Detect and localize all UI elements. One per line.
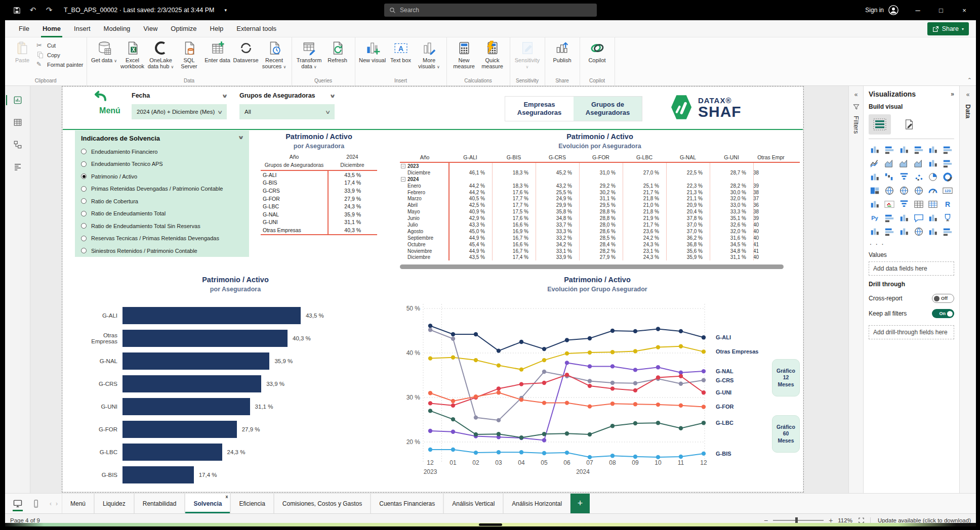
recent-sources-button[interactable]: Recent sources ∨ — [260, 39, 289, 70]
donut-chart-icon[interactable] — [942, 171, 954, 183]
bar-row-otras-empresas[interactable]: Otras Empresas40,3 % — [76, 330, 395, 347]
paginated-report-icon[interactable] — [869, 226, 881, 237]
radio-unselected-icon[interactable] — [81, 248, 87, 253]
slicer-value-dropdown[interactable]: 2024 (Año) + Diciembre (Mes)∨ — [132, 104, 227, 119]
radio-selected-icon[interactable] — [81, 173, 87, 179]
matrix-month-row[interactable]: Diciembre43,5 %17,4 %33,9 %27,9 %24,3 %3… — [400, 254, 800, 260]
indicator-option[interactable]: Siniestros Retenidos / Patrimonio Contab… — [81, 248, 243, 254]
button-gráfico-12-meses[interactable]: Gráfico12Meses — [772, 359, 800, 396]
page-tab-an-lisis-vertical[interactable]: Análisis Vertical — [443, 494, 503, 513]
metrics-icon[interactable] — [942, 212, 954, 224]
indicator-option[interactable]: Reservas Tecnicas / Primas Retenidas Dev… — [81, 235, 243, 241]
get-data-button[interactable]: Get data ∨ — [90, 39, 118, 64]
bar[interactable] — [123, 330, 288, 347]
button-gráfico-60-meses[interactable]: Gráfico60Meses — [772, 415, 800, 453]
arcgis-map-icon[interactable] — [913, 226, 925, 237]
page-tab-eficiencia[interactable]: Eficiencia — [230, 494, 273, 513]
bar-row-g-bis[interactable]: G-BIS17,4 % — [76, 466, 395, 483]
r-script-visual-icon[interactable]: R — [942, 199, 954, 210]
desktop-layout-icon[interactable] — [11, 497, 24, 510]
dax-query-view-icon[interactable] — [10, 160, 25, 174]
100-stacked-bar-chart-icon[interactable] — [927, 144, 939, 155]
chevron-down-icon[interactable]: ∨ — [329, 93, 336, 99]
area-chart-icon[interactable] — [883, 158, 895, 169]
multi-row-card-icon[interactable] — [869, 199, 881, 210]
bar[interactable] — [123, 398, 250, 415]
filters-pane-collapsed[interactable]: « Filters — [848, 86, 864, 493]
menu-tab-optimize[interactable]: Optimize — [164, 20, 203, 37]
model-view-icon[interactable] — [10, 138, 25, 152]
scatter-chart-icon[interactable] — [913, 171, 925, 183]
indicator-option[interactable]: Ratio de Cobertura — [81, 198, 243, 204]
100-stacked-column-chart-icon[interactable] — [942, 144, 954, 155]
copilot-button[interactable]: Copilot — [583, 39, 611, 63]
publish-button[interactable]: Publish — [548, 39, 577, 63]
summary-table-row[interactable]: G-CRS33,9 % — [261, 187, 377, 195]
title-dropdown-icon[interactable]: ▾ — [224, 8, 227, 13]
undo-icon[interactable]: ↶ — [28, 6, 37, 15]
page-tab-comisiones-costos-y-gastos[interactable]: Comisiones, Costos y Gastos — [274, 494, 371, 513]
expand-filters-icon[interactable]: « — [854, 91, 858, 98]
share-button[interactable]: Share ▾ — [927, 22, 969, 35]
toggle-grupos-de-aseguradoras[interactable]: Grupos de Aseguradoras — [574, 97, 642, 121]
menu-tab-home[interactable]: Home — [36, 20, 67, 37]
sql-server-button[interactable]: SQL Server — [175, 39, 203, 70]
collapse-icon[interactable]: − — [401, 164, 405, 168]
data-pane-collapsed[interactable]: « Data — [960, 86, 976, 493]
matrix-month-row[interactable]: Septiembre44,9 %16,7 %33,2 %28,5 %24,2 %… — [400, 235, 800, 241]
q-and-a-icon[interactable] — [913, 212, 925, 224]
summary-table-row[interactable]: G-UNI31,1 % — [261, 218, 377, 227]
save-icon[interactable] — [12, 6, 21, 15]
radio-unselected-icon[interactable] — [81, 211, 87, 216]
line-and-stacked-column-chart-icon[interactable] — [927, 158, 939, 169]
page-tab-cuentas-financieras[interactable]: Cuentas Financieras — [371, 494, 443, 513]
radio-unselected-icon[interactable] — [81, 186, 87, 192]
table-view-icon[interactable] — [10, 115, 25, 129]
clustered-column-chart-icon[interactable] — [913, 144, 925, 155]
bar[interactable] — [123, 307, 301, 324]
collapse-visualizations-icon[interactable]: » — [951, 91, 954, 98]
menu-tab-file[interactable]: File — [12, 20, 36, 37]
report-page[interactable]: Menú Fecha∨2024 (Año) + Diciembre (Mes)∨… — [63, 87, 803, 492]
report-view-icon[interactable] — [10, 93, 25, 107]
new-page-button[interactable]: + — [570, 494, 590, 513]
excel-workbook-button[interactable]: XExcel workbook — [118, 39, 147, 70]
slicer-fecha[interactable]: Fecha∨2024 (Año) + Diciembre (Mes)∨ — [132, 92, 227, 119]
onelake-data-hub-button[interactable]: OneLake data hub ∨ — [147, 39, 175, 70]
card-icon[interactable]: 123 — [942, 185, 954, 196]
radio-unselected-icon[interactable] — [81, 161, 87, 167]
new-visual-button[interactable]: New visual — [358, 39, 387, 63]
stacked-column-chart-icon[interactable] — [883, 144, 895, 155]
bar[interactable] — [123, 375, 261, 392]
enter-data-button[interactable]: Enter data — [203, 39, 232, 63]
treemap-icon[interactable] — [869, 185, 881, 196]
table-icon[interactable] — [913, 199, 925, 210]
summary-table-row[interactable]: G-LBC24,3 % — [261, 202, 377, 210]
indicator-option[interactable]: Primas Retenidas Devengadas / Patrimonio… — [81, 186, 243, 192]
menu-nav-button[interactable]: Menú — [92, 90, 128, 115]
indicator-option[interactable]: Endeudamiento Tecnico APS — [81, 161, 243, 167]
search-input[interactable]: Search — [384, 4, 597, 17]
bar-row-g-uni[interactable]: G-UNI31,1 % — [76, 398, 395, 415]
close-tab-icon[interactable]: x — [225, 494, 228, 499]
matrix-month-row[interactable]: Febrero44,2 %17,6 %25,5 %30,2 %21,7 %21,… — [400, 189, 800, 196]
ribbon-chart-icon[interactable] — [869, 171, 881, 183]
matrix-month-row[interactable]: Noviembre44,9 %16,7 %33,1 %28,2 %23,1 %3… — [400, 248, 800, 254]
bar-chart-visual[interactable]: Patrimonio / Activo por Aseguradora G-AL… — [76, 276, 395, 488]
mobile-layout-icon[interactable] — [29, 497, 43, 510]
document-title[interactable]: T_BO_APS_00002 · Last saved: 2/3/2025 at… — [64, 7, 214, 14]
bar-row-g-for[interactable]: G-FOR27,9 % — [76, 421, 395, 438]
waterfall-chart-icon[interactable] — [883, 171, 895, 183]
clustered-bar-chart-icon[interactable] — [898, 144, 910, 155]
summary-table-row[interactable]: G-BIS17,4 % — [261, 179, 377, 187]
bar[interactable] — [123, 352, 269, 370]
funnel-chart-icon[interactable] — [898, 171, 910, 183]
matrix-month-row[interactable]: Octubre45,4 %16,6 %34,2 %28,4 %24,3 %36,… — [400, 241, 800, 248]
100-stacked-area-chart-icon[interactable] — [913, 158, 925, 169]
summary-table-row[interactable]: G-ALI43,5 % — [261, 171, 377, 179]
collapse-icon[interactable]: − — [401, 177, 405, 182]
keep-all-filters-toggle[interactable]: On — [932, 309, 954, 318]
radio-unselected-icon[interactable] — [81, 198, 87, 204]
format-visual-tab[interactable] — [898, 114, 920, 135]
bar[interactable] — [123, 466, 194, 483]
